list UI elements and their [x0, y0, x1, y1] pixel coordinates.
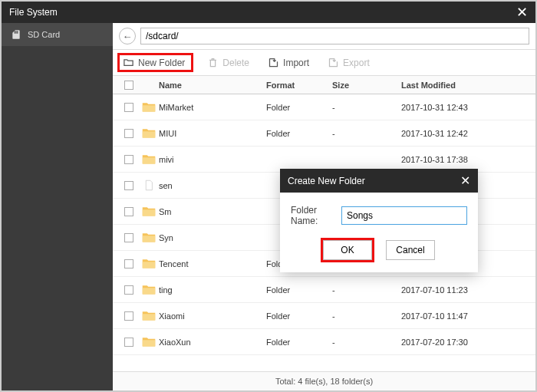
col-format[interactable]: Format [266, 81, 332, 90]
row-size: - [332, 338, 401, 347]
row-name: Tencent [159, 259, 266, 268]
table-header: Name Format Size Last Modified [113, 76, 535, 94]
sidebar-item-label: SD Card [28, 30, 60, 39]
row-checkbox[interactable] [124, 338, 133, 347]
ok-button[interactable]: OK [323, 240, 372, 260]
row-modified: 2017-10-31 17:38 [401, 155, 529, 164]
path-bar: ← [113, 23, 535, 50]
row-checkbox[interactable] [124, 207, 133, 216]
row-checkbox[interactable] [124, 129, 133, 138]
import-button[interactable]: Import [263, 54, 314, 71]
row-checkbox[interactable] [124, 155, 133, 164]
row-format: Folder [266, 103, 332, 112]
row-name: mivi [159, 155, 266, 164]
folder-icon [139, 310, 159, 321]
folder-icon [139, 336, 159, 348]
col-size[interactable]: Size [332, 81, 401, 90]
arrow-left-icon: ← [123, 31, 133, 42]
row-size: - [332, 285, 401, 295]
folder-icon [139, 153, 159, 165]
folder-icon [139, 206, 159, 217]
title-bar: File System ✕ [2, 2, 535, 23]
table-row[interactable]: MiMarketFolder-2017-10-31 12:43 [113, 94, 535, 120]
row-checkbox[interactable] [124, 285, 133, 295]
select-all-checkbox[interactable] [124, 81, 133, 90]
folder-icon [139, 127, 159, 139]
row-modified: 2017-07-10 11:47 [401, 311, 529, 321]
table-row[interactable]: tingFolder-2017-07-10 11:23 [113, 277, 535, 303]
delete-label: Delete [222, 58, 249, 68]
row-name: MIUI [159, 129, 266, 138]
create-folder-dialog: Create New Folder ✕ Folder Name: OK Canc… [280, 169, 478, 272]
row-size: - [332, 103, 401, 112]
new-folder-label: New Folder [138, 58, 185, 68]
row-checkbox[interactable] [124, 259, 133, 268]
row-modified: 2017-10-31 12:42 [401, 129, 529, 138]
toolbar: New Folder Delete Import Export [113, 50, 535, 76]
sidebar: SD Card [2, 23, 113, 390]
folder-icon [139, 101, 159, 113]
cancel-button[interactable]: Cancel [386, 240, 435, 260]
export-icon [328, 57, 339, 68]
row-name: MiMarket [159, 103, 266, 112]
row-checkbox[interactable] [124, 311, 133, 321]
folder-icon [139, 232, 159, 243]
row-checkbox[interactable] [124, 181, 133, 190]
row-modified: 2017-07-10 11:23 [401, 285, 529, 295]
table-row[interactable]: XiaoXunFolder-2017-07-20 17:30 [113, 329, 535, 355]
col-last-modified[interactable]: Last Modified [401, 81, 529, 90]
row-size: - [332, 129, 401, 138]
new-folder-button[interactable]: New Folder [117, 53, 193, 72]
row-checkbox[interactable] [124, 233, 133, 242]
import-icon [268, 57, 279, 68]
import-label: Import [283, 58, 309, 68]
row-modified: 2017-10-31 12:43 [401, 103, 529, 112]
table-row[interactable]: MIUIFolder-2017-10-31 12:42 [113, 120, 535, 147]
row-name: Xiaomi [159, 311, 266, 321]
row-name: Sm [159, 207, 266, 216]
close-icon[interactable]: ✕ [516, 4, 528, 21]
status-bar: Total: 4 file(s), 18 folder(s) [113, 371, 535, 390]
row-format: Folder [266, 285, 332, 295]
row-format: Folder [266, 338, 332, 347]
row-name: Syn [159, 233, 266, 242]
sd-card-icon [11, 29, 21, 40]
col-name[interactable]: Name [159, 81, 266, 90]
row-size: - [332, 311, 401, 321]
back-button[interactable]: ← [119, 28, 136, 44]
folder-name-input[interactable] [341, 206, 467, 225]
folder-icon [139, 284, 159, 295]
dialog-title-bar: Create New Folder ✕ [280, 169, 478, 193]
delete-button: Delete [203, 54, 254, 71]
trash-icon [207, 57, 219, 68]
path-input[interactable] [140, 28, 529, 44]
folder-plus-icon [123, 57, 134, 68]
sidebar-item-sdcard[interactable]: SD Card [2, 23, 113, 46]
row-name: ting [159, 285, 266, 295]
export-label: Export [343, 58, 370, 68]
row-modified: 2017-07-20 17:30 [401, 338, 529, 347]
folder-icon [139, 258, 159, 269]
folder-name-label: Folder Name: [291, 205, 334, 226]
table-row[interactable]: XiaomiFolder-2017-07-10 11:47 [113, 303, 535, 329]
row-name: XiaoXun [159, 338, 266, 347]
file-icon [139, 180, 159, 191]
close-icon[interactable]: ✕ [460, 173, 470, 188]
dialog-title: Create New Folder [288, 176, 365, 186]
export-button: Export [323, 54, 374, 71]
window-title: File System [9, 7, 58, 18]
row-format: Folder [266, 311, 332, 321]
row-checkbox[interactable] [124, 103, 133, 112]
row-name: sen [159, 181, 266, 190]
row-format: Folder [266, 129, 332, 138]
